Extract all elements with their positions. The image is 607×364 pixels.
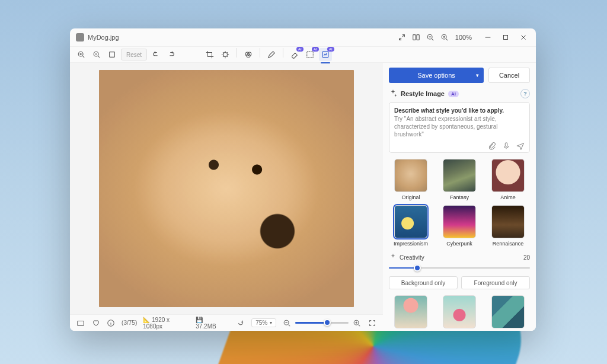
crop-tool[interactable]: [203, 48, 216, 61]
gallery-icon[interactable]: [76, 318, 85, 328]
style-surrealism[interactable]: Surrealism: [389, 295, 433, 331]
style-pixel-art[interactable]: Pixel Art: [486, 295, 530, 331]
style-label: Rennaisance: [493, 241, 524, 247]
cancel-button[interactable]: Cancel: [488, 68, 530, 83]
photos-app-icon: [76, 33, 84, 41]
canvas-area: (3/75) 📐 1920 x 1080px 💾 37.2MB 75%▾: [70, 63, 383, 331]
save-options-button[interactable]: Save options▾: [389, 68, 484, 83]
style-thumb: [394, 159, 427, 192]
zoom-out-tool[interactable]: [90, 48, 103, 61]
toolbar: Reset AI AI AI: [70, 46, 536, 63]
erase-tool[interactable]: AI: [288, 48, 301, 61]
style-grid: OriginalFantasyAnimeImpressionismCyberpu…: [389, 159, 530, 247]
fullscreen-icon[interactable]: [368, 318, 377, 328]
zoom-out-icon[interactable]: [423, 30, 437, 44]
prompt-hint: Try "An abstract expressionist art style…: [394, 115, 525, 138]
maximize-button[interactable]: [497, 29, 515, 46]
more-styles-grid: SurrealismPaper CraftPixel Art: [389, 295, 530, 331]
undo-button[interactable]: [149, 48, 162, 61]
prompt-title: Describe what style you'd like to apply.: [394, 107, 525, 114]
style-label: Cyberpunk: [446, 241, 472, 247]
canvas[interactable]: [70, 63, 383, 314]
ai-badge: AI: [448, 91, 459, 97]
chevron-down-icon: ▾: [476, 72, 479, 78]
zoom-slider-plus[interactable]: [352, 318, 362, 328]
style-label: Impressionism: [394, 241, 428, 247]
style-label: Original: [401, 194, 420, 200]
window-title: MyDog.jpg: [88, 34, 119, 41]
zoom-in-tool[interactable]: [75, 48, 88, 61]
prompt-box[interactable]: Describe what style you'd like to apply.…: [389, 102, 530, 153]
zoom-percentage: 100%: [452, 34, 475, 41]
svg-rect-12: [306, 52, 313, 58]
fit-tool[interactable]: [106, 48, 119, 61]
style-label: Fantasy: [450, 194, 469, 200]
svg-rect-0: [413, 35, 416, 40]
style-thumb: [394, 205, 427, 238]
svg-rect-18: [505, 143, 507, 146]
filter-tool[interactable]: [242, 48, 255, 61]
app-window: MyDog.jpg 100% Reset: [70, 28, 536, 331]
markup-tool[interactable]: [265, 48, 278, 61]
svg-rect-4: [504, 36, 508, 40]
style-paper-craft[interactable]: Paper Craft: [437, 295, 481, 331]
edited-image: [99, 70, 354, 307]
style-thumb: [491, 205, 525, 238]
rotate-icon[interactable]: [237, 318, 246, 328]
style-thumb: [443, 295, 476, 328]
style-anime[interactable]: Anime: [486, 159, 530, 200]
style-fantasy[interactable]: Fantasy: [437, 159, 481, 200]
status-bar: (3/75) 📐 1920 x 1080px 💾 37.2MB 75%▾: [70, 314, 383, 331]
svg-point-8: [223, 53, 227, 57]
favorite-icon[interactable]: [91, 318, 101, 328]
style-label: Anime: [500, 194, 516, 200]
file-size: 💾 37.2MB: [196, 317, 224, 330]
panel-title: Restyle Image: [401, 90, 445, 97]
apply-scope-segment: Background only Foreground only: [389, 276, 530, 289]
sparkle-small-icon: [389, 253, 397, 262]
mic-icon[interactable]: [502, 142, 510, 150]
expand-diagonal-icon[interactable]: [395, 30, 409, 44]
creativity-value: 20: [523, 254, 530, 261]
background-only-button[interactable]: Background only: [389, 276, 458, 289]
foreground-only-button[interactable]: Foreground only: [461, 276, 530, 289]
svg-rect-7: [110, 52, 115, 58]
style-thumb: [491, 159, 525, 192]
svg-rect-14: [78, 321, 84, 325]
info-icon[interactable]: [106, 318, 116, 328]
creativity-slider[interactable]: [389, 264, 530, 272]
compare-icon[interactable]: [409, 30, 423, 44]
zoom-in-icon[interactable]: [437, 30, 452, 44]
style-cyberpunk[interactable]: Cyberpunk: [437, 205, 481, 247]
background-tool[interactable]: AI: [304, 48, 317, 61]
zoom-slider[interactable]: [295, 322, 349, 324]
help-icon[interactable]: ?: [520, 89, 530, 98]
style-impressionism[interactable]: Impressionism: [389, 205, 433, 247]
send-icon[interactable]: [516, 142, 525, 150]
style-thumb: [394, 295, 427, 328]
restyle-tool[interactable]: AI: [319, 48, 332, 61]
zoom-slider-minus[interactable]: [282, 318, 292, 328]
zoom-dropdown[interactable]: 75%▾: [251, 318, 276, 327]
attach-icon[interactable]: [488, 142, 496, 150]
reset-button[interactable]: Reset: [121, 49, 147, 60]
sparkle-icon: [389, 89, 397, 98]
creativity-control: Creativity 20: [389, 253, 530, 272]
style-original[interactable]: Original: [389, 159, 433, 200]
style-rennaisance[interactable]: Rennaisance: [486, 205, 530, 247]
image-counter: (3/75): [122, 320, 137, 326]
titlebar: MyDog.jpg 100%: [70, 28, 536, 46]
style-thumb: [443, 159, 476, 192]
creativity-label: Creativity: [400, 254, 424, 261]
svg-rect-1: [417, 35, 419, 40]
style-thumb: [491, 295, 525, 328]
style-thumb: [443, 205, 476, 238]
panel-title-row: Restyle Image AI ?: [389, 84, 530, 102]
adjust-tool[interactable]: [219, 48, 232, 61]
restyle-panel: Save options▾ Cancel Restyle Image AI ? …: [383, 63, 536, 331]
image-dimensions: 📐 1920 x 1080px: [143, 317, 190, 330]
minimize-button[interactable]: [479, 29, 497, 46]
close-button[interactable]: [515, 29, 532, 46]
redo-button[interactable]: [165, 48, 178, 61]
